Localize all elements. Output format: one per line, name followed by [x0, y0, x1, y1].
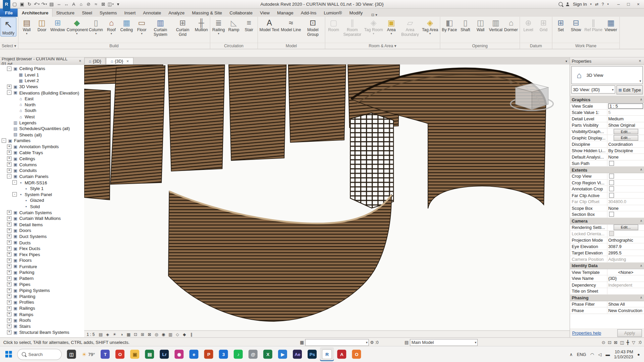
aligned-dimension-icon[interactable]: ↔: [63, 1, 70, 7]
help-icon[interactable]: ?: [602, 2, 604, 6]
reveal-constraints-icon[interactable]: ∥: [188, 332, 194, 336]
expand-icon[interactable]: +: [7, 324, 11, 328]
tree-item-3d-views[interactable]: +▣3D Views: [0, 84, 84, 90]
tree-item-schedules-quantities-all[interactable]: ▤Schedules/Quantities (all): [0, 126, 84, 132]
panel-label-room-area[interactable]: Room & Area ▾: [325, 43, 440, 49]
expand-icon[interactable]: +: [7, 168, 11, 173]
ribbon-button-column[interactable]: ▯Column▾: [88, 18, 104, 35]
tree-item-west[interactable]: ⌂West: [0, 114, 84, 120]
battery-icon[interactable]: ▬: [605, 352, 610, 357]
instance-selector[interactable]: 3D View: {3D} ▾: [571, 85, 615, 94]
collapse-icon[interactable]: -: [7, 66, 11, 71]
view-tab-1[interactable]: ⌂{3D}: [84, 57, 106, 64]
close-icon[interactable]: ×: [638, 59, 643, 63]
tree-item-pipes[interactable]: +▣Pipes: [0, 281, 84, 287]
taskbar-app-excel[interactable]: X: [261, 347, 275, 361]
exchange-apps-icon[interactable]: ⇄: [595, 2, 598, 6]
ribbon-button-set[interactable]: ⊞Set: [553, 18, 568, 33]
tree-item-east[interactable]: ⌂East: [0, 96, 84, 102]
ribbon-button-model-group[interactable]: ⊡Model Group: [302, 18, 324, 37]
edit-button[interactable]: Edit...: [613, 129, 638, 134]
panel-label-datum[interactable]: Datum: [520, 43, 552, 49]
property-value[interactable]: {3D}: [607, 276, 644, 282]
tree-item-piping-systems[interactable]: +▣Piping Systems: [0, 287, 84, 293]
tree-item-flex-ducts[interactable]: +▣Flex Ducts: [0, 245, 84, 251]
tree-item-north[interactable]: ⌂North: [0, 102, 84, 108]
taskbar-app-powerpoint[interactable]: P: [202, 347, 216, 361]
tree-item-duct-systems[interactable]: +▣Duct Systems: [0, 233, 84, 239]
tree-item-elevations-building-elevation[interactable]: -▣Elevations (Building Elevation): [0, 89, 84, 96]
collapse-icon[interactable]: ∧: [640, 219, 642, 223]
ribbon-tab-manage[interactable]: Manage: [273, 9, 297, 17]
hidden-icons-chevron[interactable]: ∧: [570, 352, 573, 357]
show-analytical-model-icon[interactable]: ◇: [174, 332, 180, 336]
close-hidden-windows-icon[interactable]: ⊠: [100, 1, 107, 7]
expand-icon[interactable]: +: [7, 150, 11, 155]
tree-item-ramps[interactable]: +▣Ramps: [0, 311, 84, 317]
crop-view-icon[interactable]: ⊡: [132, 332, 139, 336]
expand-icon[interactable]: +: [7, 156, 11, 161]
ribbon-button-by-face[interactable]: ◧By Face: [441, 18, 458, 33]
taskbar-app-edge[interactable]: e: [187, 347, 201, 361]
ribbon-button-tag-room[interactable]: ◈Tag Room▾: [363, 18, 384, 35]
section-icon[interactable]: ⊘: [85, 1, 92, 7]
tree-item-glazed[interactable]: ▪Glazed: [0, 197, 84, 203]
property-value[interactable]: <None>: [607, 269, 644, 275]
temporary-hide-isolate-icon[interactable]: ◎: [153, 332, 159, 336]
expand-icon[interactable]: +: [7, 330, 11, 334]
tree-item-stairs[interactable]: +▣Stairs: [0, 323, 84, 329]
expand-icon[interactable]: +: [7, 294, 11, 298]
property-value[interactable]: 3087.9: [607, 243, 644, 249]
ribbon-button-grid[interactable]: ⊞Grid: [536, 18, 551, 33]
ribbon-button-show[interactable]: ⊟Show: [569, 18, 584, 33]
edit-button[interactable]: Edit...: [613, 135, 638, 141]
tree-item-cable-trays[interactable]: +▣Cable Trays: [0, 149, 84, 156]
ribbon-button-viewer[interactable]: ▦Viewer: [603, 18, 618, 33]
tree-item-conduits[interactable]: +▣Conduits: [0, 168, 84, 174]
drag-elements-on-selection-icon[interactable]: ╋: [627, 340, 629, 345]
panel-label-opening[interactable]: Opening: [440, 43, 519, 49]
collapse-icon[interactable]: -: [12, 192, 17, 196]
taskbar-app-instagram[interactable]: ◉: [172, 347, 186, 361]
property-value[interactable]: [607, 192, 644, 198]
ribbon-button-tag-area[interactable]: ◈Tag Area▾: [421, 18, 439, 35]
ribbon-button-level[interactable]: ⊕Level: [521, 18, 536, 33]
ribbon-button-door[interactable]: ◫Door: [34, 18, 49, 33]
expand-icon[interactable]: +: [7, 240, 11, 244]
text-icon[interactable]: A: [70, 1, 77, 7]
ribbon-button-area-boundary[interactable]: ▱Area Boundary: [399, 18, 421, 37]
collapse-icon[interactable]: -: [7, 174, 11, 179]
property-value[interactable]: Medium: [607, 116, 644, 122]
tree-item-pattern[interactable]: +▣Pattern: [0, 275, 84, 281]
customize-qat-icon[interactable]: ▾: [115, 1, 122, 7]
taskbar-app-teams[interactable]: T: [98, 347, 112, 361]
property-value[interactable]: None: [607, 205, 644, 211]
expand-icon[interactable]: +: [7, 84, 11, 89]
ribbon-button-floor[interactable]: ▭Floor▾: [134, 18, 149, 35]
expand-icon[interactable]: +: [7, 234, 11, 238]
close-view-icon[interactable]: ×: [126, 59, 129, 63]
ribbon-button-model-text[interactable]: AModel Text: [259, 18, 280, 33]
drawing-area[interactable]: ⌂: [84, 64, 570, 331]
tree-item-furniture[interactable]: +▣Furniture: [0, 263, 84, 269]
tree-item-columns[interactable]: +▣Columns: [0, 162, 84, 168]
ribbon-tab-collaborate[interactable]: Collaborate: [226, 9, 256, 17]
checkbox[interactable]: [609, 180, 614, 185]
tree-item-curtain-wall-mullions[interactable]: +▣Curtain Wall Mullions: [0, 216, 84, 222]
expand-icon[interactable]: +: [7, 312, 11, 316]
ribbon-button-wall[interactable]: ◫Wall: [473, 18, 488, 33]
editing-requests-icon[interactable]: ⚙: [370, 340, 374, 345]
expand-icon[interactable]: +: [7, 318, 11, 322]
home-icon[interactable]: ⌂: [510, 79, 513, 84]
tree-item-mdr-ss16[interactable]: -▪MDR-SS16: [0, 179, 84, 185]
ribbon-button-window[interactable]: ⊞Window: [50, 18, 66, 33]
section-extents[interactable]: Extents∧: [570, 167, 644, 173]
property-value[interactable]: Edit...: [607, 224, 644, 230]
checkbox[interactable]: [609, 193, 614, 198]
tree-item-ducts[interactable]: +▣Ducts: [0, 239, 84, 245]
checkbox[interactable]: [609, 174, 614, 179]
tree-item-solid[interactable]: ▪Solid: [0, 203, 84, 209]
property-value[interactable]: [607, 180, 644, 186]
section-graphics[interactable]: Graphics∧: [570, 97, 644, 103]
ribbon-button-area[interactable]: ▣Area▾: [384, 18, 399, 35]
